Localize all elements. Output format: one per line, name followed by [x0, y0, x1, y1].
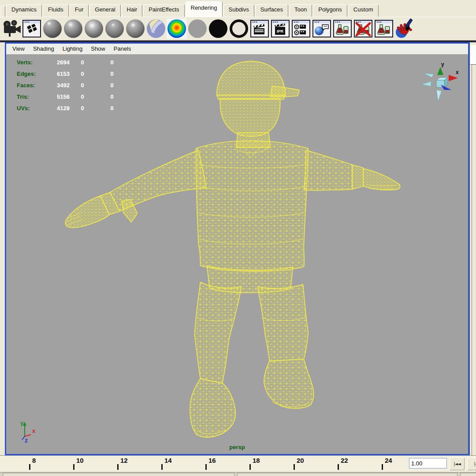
panel-menu-lighting[interactable]: Lighting — [63, 45, 83, 52]
maya-window: DynamicsFluidsFurGeneralHairPaintEffects… — [0, 0, 476, 476]
shelf-tab-fluids[interactable]: Fluids — [43, 4, 69, 17]
shelf-tab-bar: DynamicsFluidsFurGeneralHairPaintEffects… — [0, 0, 476, 17]
shelf-tab-custom[interactable]: Custom — [348, 4, 379, 17]
surface-shader-icon[interactable] — [208, 19, 228, 39]
shelf-icon-row: IPR — [0, 17, 476, 40]
shelf-tab-hair[interactable]: Hair — [122, 4, 143, 17]
shading-group-dialog-icon[interactable] — [312, 19, 332, 39]
panel-menu-view[interactable]: View — [12, 45, 25, 52]
shading-map-icon[interactable] — [187, 19, 208, 39]
right-panel-divider — [472, 65, 472, 455]
range-slider-segment — [3, 473, 234, 476]
hud-label-tris: Tris: — [17, 93, 50, 100]
timeline-tick-label-16: 16 — [208, 457, 216, 464]
perspective-viewport[interactable]: ViewShadingLightingShowPanels — [5, 42, 469, 455]
hud-value-tris-2: 0 — [95, 93, 129, 100]
timeline-tick-label-20: 20 — [297, 457, 304, 464]
shelf-tab-fur[interactable]: Fur — [70, 4, 89, 17]
shelf-tab-dynamics[interactable]: Dynamics — [6, 4, 42, 17]
timeline-tick-8 — [29, 464, 30, 470]
shelf-tab-subdivs[interactable]: Subdivs — [223, 4, 254, 17]
origin-axis-indicator: y x z — [18, 419, 41, 443]
hud-row-tris: Tris:515600 — [17, 93, 129, 100]
left-gutter — [0, 42, 5, 455]
phonge-material-icon[interactable] — [125, 19, 145, 39]
hypershade-window-icon[interactable] — [374, 19, 394, 39]
ipr-render-icon[interactable]: IPR — [270, 19, 290, 39]
timeline-tick-18 — [249, 464, 251, 470]
anisotropic-material-icon[interactable] — [42, 19, 63, 39]
render-globals-window-icon[interactable] — [22, 19, 42, 39]
gizmo-y-label: y — [441, 62, 444, 67]
blinn-material-icon[interactable] — [63, 19, 83, 39]
phong-material-icon[interactable] — [104, 19, 125, 39]
step-back-button[interactable]: |◄ — [467, 457, 476, 470]
hud-value-verts-1: 0 — [70, 59, 95, 66]
render-view-window-icon[interactable] — [249, 19, 270, 39]
shelf-tab-polygons[interactable]: Polygons — [313, 4, 347, 17]
timeline-tick-label-18: 18 — [253, 457, 260, 464]
hud-value-uvs-2: 0 — [95, 105, 129, 112]
timeline-tick-22 — [338, 464, 339, 470]
panel-menu-bar: ViewShadingLightingShowPanels — [6, 44, 468, 55]
hud-value-faces-0: 3492 — [50, 82, 70, 89]
viewport-canvas[interactable]: Verts:269400Edges:615300Faces:349200Tris… — [6, 55, 468, 454]
timeline-tick-label-10: 10 — [76, 457, 84, 464]
hud-value-verts-2: 0 — [95, 59, 129, 66]
movie-camera-icon[interactable] — [1, 19, 21, 39]
svg-text:IPR: IPR — [277, 29, 284, 33]
timeline-tick-20 — [294, 464, 295, 470]
origin-x-label: x — [32, 428, 36, 434]
shelf-tab-rendering[interactable]: Rendering — [186, 1, 223, 17]
hud-label-uvs: UVs: — [17, 105, 50, 112]
hud-row-uvs: UVs:412800 — [17, 105, 129, 112]
panel-menu-show[interactable]: Show — [91, 45, 105, 52]
right-panel-edge — [469, 42, 476, 455]
hud-value-faces-1: 0 — [70, 82, 95, 89]
timeline-tick-label-12: 12 — [120, 457, 128, 464]
wireframe-character-model[interactable] — [6, 55, 468, 454]
range-field-segment — [237, 473, 457, 476]
hud-row-edges: Edges:615300 — [17, 71, 129, 77]
delete-unused-nodes-icon[interactable] — [353, 19, 373, 39]
timeline-tick-14 — [161, 464, 163, 470]
shelf-tab-toon[interactable]: Toon — [289, 4, 312, 17]
hud-value-tris-0: 5156 — [50, 93, 70, 100]
panel-menu-shading[interactable]: Shading — [33, 45, 54, 52]
batch-render-icon[interactable] — [291, 19, 311, 39]
hud-value-verts-0: 2694 — [50, 59, 70, 66]
shelf-tab-stub[interactable] — [1, 6, 5, 17]
range-end-segment — [460, 473, 476, 476]
3d-paint-tool-icon[interactable] — [394, 19, 415, 39]
shelf-tab-surfaces[interactable]: Surfaces — [255, 4, 288, 17]
layered-shader-icon[interactable] — [146, 19, 166, 39]
timeline-tick-label-14: 14 — [164, 457, 172, 464]
hypershade-icon[interactable] — [332, 19, 353, 39]
current-frame-field[interactable] — [409, 458, 447, 469]
hud-label-faces: Faces: — [17, 82, 50, 89]
hud-value-tris-1: 0 — [70, 93, 95, 100]
timeline-tick-12 — [117, 464, 119, 470]
shelf-tab-general[interactable]: General — [89, 4, 120, 17]
panel-menu-panels[interactable]: Panels — [114, 45, 131, 52]
timeline-tick-16 — [205, 464, 207, 470]
range-slider-edge — [0, 472, 476, 476]
gizmo-x-label: x — [456, 69, 459, 75]
origin-y-label: y — [20, 420, 24, 426]
camera-name-label: persp — [6, 444, 468, 450]
hud-label-verts: Verts: — [17, 59, 50, 66]
hud-value-faces-2: 0 — [95, 82, 129, 89]
lambert-material-icon[interactable] — [84, 19, 104, 39]
hud-value-uvs-0: 4128 — [50, 105, 70, 112]
use-background-icon[interactable] — [229, 19, 249, 39]
hud-row-verts: Verts:269400 — [17, 59, 129, 66]
shelf-tab-painteffects[interactable]: PaintEffects — [143, 4, 184, 17]
hud-value-uvs-1: 0 — [70, 105, 95, 112]
poly-count-hud: Verts:269400Edges:615300Faces:349200Tris… — [17, 59, 129, 112]
work-area: ViewShadingLightingShowPanels — [0, 42, 476, 455]
time-slider-track[interactable]: 81012141618202224|◄◄|◄ — [0, 455, 476, 472]
ramp-shader-icon[interactable] — [167, 19, 187, 39]
go-to-start-button[interactable]: |◄◄ — [450, 457, 465, 470]
right-panel-white-block — [470, 45, 476, 65]
hud-value-edges-0: 6153 — [50, 71, 70, 77]
